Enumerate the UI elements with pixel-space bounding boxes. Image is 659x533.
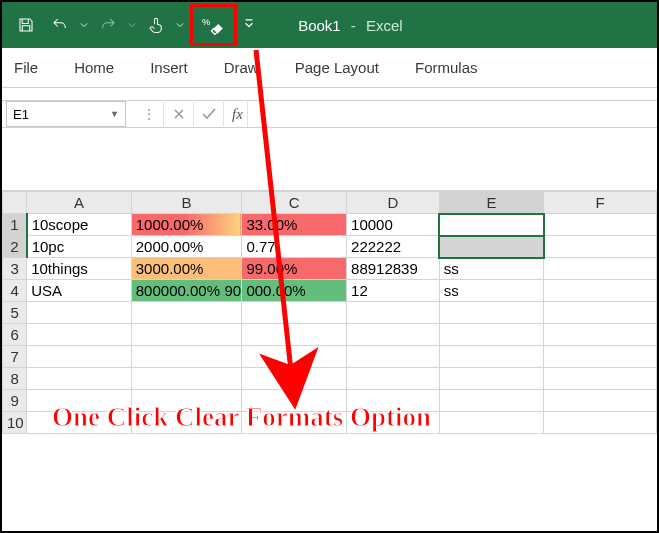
cell-b3[interactable]: 3000.00% <box>131 258 242 280</box>
chevron-down-icon <box>176 21 184 29</box>
grid[interactable]: A B C D E F 1 10scope 1000.00% 33.00% 10… <box>2 191 657 434</box>
row-header-2[interactable]: 2 <box>3 236 27 258</box>
cell-a4[interactable]: USA <box>27 280 132 302</box>
cell-f2[interactable] <box>544 236 657 258</box>
row-header-6[interactable]: 6 <box>3 324 27 346</box>
qat-more-icon <box>244 19 254 31</box>
cell-d1[interactable]: 10000 <box>347 214 440 236</box>
col-header-c[interactable]: C <box>242 192 347 214</box>
cell[interactable] <box>544 324 657 346</box>
cell-e1[interactable] <box>439 214 544 236</box>
cell[interactable] <box>347 368 440 390</box>
cell-c3[interactable]: 99.00% <box>242 258 347 280</box>
cell[interactable] <box>27 368 132 390</box>
cell[interactable] <box>242 346 347 368</box>
chevron-down-icon <box>80 21 88 29</box>
col-header-f[interactable]: F <box>544 192 657 214</box>
tab-draw[interactable]: Draw <box>220 51 263 84</box>
row-header-8[interactable]: 8 <box>3 368 27 390</box>
cell[interactable] <box>242 368 347 390</box>
dots-icon: ⋮ <box>134 102 164 126</box>
tab-formulas[interactable]: Formulas <box>411 51 482 84</box>
cell[interactable] <box>131 368 242 390</box>
document-name: Book1 <box>298 17 341 34</box>
cell-e3[interactable]: ss <box>439 258 544 280</box>
cell[interactable] <box>544 390 657 412</box>
cell-a2[interactable]: 10pc <box>27 236 132 258</box>
cell[interactable] <box>131 346 242 368</box>
undo-button[interactable] <box>44 8 76 42</box>
cell-e4[interactable]: ss <box>439 280 544 302</box>
cell[interactable] <box>439 302 544 324</box>
tab-insert[interactable]: Insert <box>146 51 192 84</box>
cell-c1[interactable]: 33.00% <box>242 214 347 236</box>
cell[interactable] <box>544 302 657 324</box>
touch-dropdown[interactable] <box>174 8 186 42</box>
cell[interactable] <box>439 390 544 412</box>
cell[interactable] <box>27 346 132 368</box>
cell[interactable] <box>242 302 347 324</box>
highlight-annotation: % <box>190 4 237 46</box>
cell-b1[interactable]: 1000.00% <box>131 214 242 236</box>
row-header-4[interactable]: 4 <box>3 280 27 302</box>
cell[interactable] <box>347 346 440 368</box>
undo-dropdown[interactable] <box>78 8 90 42</box>
row-header-7[interactable]: 7 <box>3 346 27 368</box>
row-header-1[interactable]: 1 <box>3 214 27 236</box>
cell-c2[interactable]: 0.77 <box>242 236 347 258</box>
cell[interactable] <box>439 324 544 346</box>
cell[interactable] <box>544 412 657 434</box>
cell[interactable] <box>131 324 242 346</box>
clear-formats-icon: % <box>202 14 226 36</box>
tab-file[interactable]: File <box>10 51 42 84</box>
cancel-button[interactable] <box>164 102 194 126</box>
cell-f4[interactable] <box>544 280 657 302</box>
cell[interactable] <box>439 346 544 368</box>
select-all-corner[interactable] <box>3 192 27 214</box>
cell[interactable] <box>439 412 544 434</box>
formula-input[interactable] <box>247 101 657 127</box>
cell[interactable] <box>131 302 242 324</box>
touch-mode-button[interactable] <box>140 8 172 42</box>
cell-e2[interactable] <box>439 236 544 258</box>
cell-f1[interactable] <box>544 214 657 236</box>
cell-c4[interactable]: 90000.00% <box>242 280 347 302</box>
col-header-e[interactable]: E <box>439 192 544 214</box>
cell-d3[interactable]: 88912839 <box>347 258 440 280</box>
cell-d2[interactable]: 222222 <box>347 236 440 258</box>
save-button[interactable] <box>10 8 42 42</box>
cell-b2[interactable]: 2000.00% <box>131 236 242 258</box>
fx-label[interactable]: fx <box>232 106 243 123</box>
cell-d4[interactable]: 12 <box>347 280 440 302</box>
chevron-down-icon: ▼ <box>110 109 119 119</box>
cell[interactable] <box>347 302 440 324</box>
row-header-3[interactable]: 3 <box>3 258 27 280</box>
row-header-10[interactable]: 10 <box>3 412 27 434</box>
cell[interactable] <box>544 346 657 368</box>
cell-a1[interactable]: 10scope <box>27 214 132 236</box>
cell[interactable] <box>439 368 544 390</box>
cell[interactable] <box>27 302 132 324</box>
clear-formats-button[interactable]: % <box>194 8 234 42</box>
customize-qat-button[interactable] <box>239 8 259 42</box>
ribbon-collapsed-area <box>2 88 657 100</box>
col-header-b[interactable]: B <box>131 192 242 214</box>
col-header-d[interactable]: D <box>347 192 440 214</box>
row-header-5[interactable]: 5 <box>3 302 27 324</box>
cell[interactable] <box>347 324 440 346</box>
cell-f3[interactable] <box>544 258 657 280</box>
cell-a3[interactable]: 10things <box>27 258 132 280</box>
worksheet: A B C D E F 1 10scope 1000.00% 33.00% 10… <box>2 191 657 434</box>
ribbon-gap <box>2 128 657 191</box>
name-box[interactable]: E1 ▼ <box>6 101 126 127</box>
redo-button[interactable] <box>92 8 124 42</box>
tab-home[interactable]: Home <box>70 51 118 84</box>
cell[interactable] <box>27 324 132 346</box>
cell[interactable] <box>242 324 347 346</box>
enter-button[interactable] <box>194 102 224 126</box>
row-header-9[interactable]: 9 <box>3 390 27 412</box>
cell[interactable] <box>544 368 657 390</box>
col-header-a[interactable]: A <box>27 192 132 214</box>
redo-dropdown[interactable] <box>126 8 138 42</box>
tab-page-layout[interactable]: Page Layout <box>291 51 383 84</box>
